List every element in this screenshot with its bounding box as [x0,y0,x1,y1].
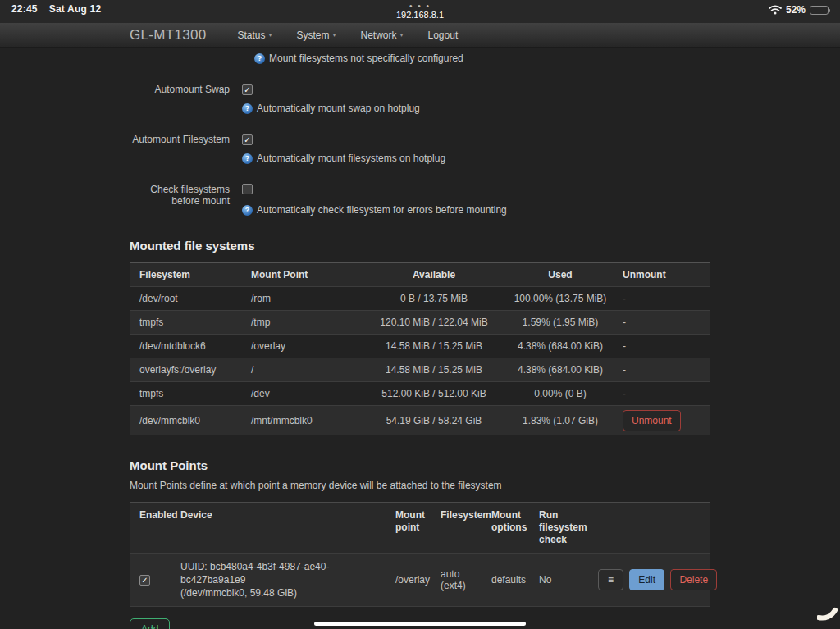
form-row-automount-swap: Automount Swap ✓ ? Automatically mount s… [130,84,710,114]
mount-point-row: ✓ UUID: bcb480a4-4b3f-4987-ae40-bc427ba9… [130,554,710,607]
menu-icon: ≡ [608,574,614,586]
help-text: Automatically mount swap on hotplug [257,103,420,114]
mount-point-enabled-checkbox[interactable]: ✓ [139,575,150,586]
mount-points-table: Enabled Device Mount point Filesystem Mo… [130,502,710,607]
table-row: tmpfs /tmp 120.10 MiB / 122.04 MiB 1.59%… [130,311,710,335]
col-header-mount-point: Mount Point [246,263,365,287]
home-indicator[interactable] [314,622,526,626]
help-line: ? Automatically check filesystem for err… [242,204,710,216]
field-label: Check filesystems before mount [130,184,242,216]
help-text: Automatically check filesystem for error… [257,204,507,216]
main-content: ? Mount filesystems not specifically con… [130,52,710,629]
device-detail: (/dev/mmcblk0, 59.48 GiB) [180,586,386,599]
corner-arc-decoration [817,602,838,625]
col-header-enabled: Enabled [130,503,176,554]
table-row: /dev/mtdblock6 /overlay 14.58 MiB / 15.2… [130,335,710,358]
help-text: Mount filesystems not specifically confi… [269,52,463,64]
run-check-value: No [534,554,590,607]
nav-menu-network[interactable]: Network ▾ [360,30,403,41]
table-header-row: Filesystem Mount Point Available Used Un… [130,263,710,287]
form-row-automount-filesystem: Automount Filesystem ✓ ? Automatically m… [130,134,710,164]
col-header-mount-options: Mount options [486,503,534,554]
status-bar: 22:45 Sat Aug 12 • • • 192.168.8.1 52% [0,0,840,23]
automount-swap-checkbox[interactable]: ✓ [242,84,253,95]
col-header-available: Available [365,263,503,287]
col-header-mount-point: Mount point [390,503,436,554]
help-icon: ? [242,103,253,114]
chevron-down-icon: ▾ [268,31,272,39]
help-line-general: ? Mount filesystems not specifically con… [254,52,710,64]
mount-options-value: defaults [486,554,534,607]
top-navbar: GL-MT1300 Status ▾ System ▾ Network ▾ Lo… [0,23,840,48]
unmount-button[interactable]: Unmount [623,410,681,431]
table-row: /dev/mmcblk0 /mnt/mmcblk0 54.19 GiB / 58… [130,406,710,435]
field-label: Automount Swap [130,84,242,114]
help-icon: ? [242,153,253,164]
col-header-used: Used [503,263,618,287]
help-icon: ? [254,53,265,64]
col-header-filesystem: Filesystem [436,503,486,554]
brand-title: GL-MT1300 [130,27,206,43]
device-uuid: UUID: bcb480a4-4b3f-4987-ae40-bc427ba9a1… [180,560,386,586]
nav-menu-logout[interactable]: Logout [428,30,459,41]
delete-button[interactable]: Delete [670,569,717,590]
row-menu-button[interactable]: ≡ [598,569,623,590]
mount-point-value: /overlay [390,554,436,607]
help-line: ? Automatically mount swap on hotplug [242,103,710,114]
help-text: Automatically mount filesystems on hotpl… [257,153,445,164]
field-label: Automount Filesystem [130,134,242,164]
nav-menu-status[interactable]: Status ▾ [237,30,272,41]
edit-button[interactable]: Edit [629,569,664,590]
col-header-run-check: Run filesystem check [534,503,590,554]
address-text: 192.168.8.1 [0,11,840,20]
help-icon: ? [242,205,253,216]
form-row-check-filesystems: Check filesystems before mount ? Automat… [130,184,710,216]
add-button[interactable]: Add [130,618,170,629]
help-line: ? Automatically mount filesystems on hot… [242,153,710,164]
table-row: tmpfs /dev 512.00 KiB / 512.00 KiB 0.00%… [130,382,710,406]
table-row: /dev/root /rom 0 B / 13.75 MiB 100.00% (… [130,287,710,311]
chevron-down-icon: ▾ [400,31,404,39]
col-header-unmount: Unmount [618,263,710,287]
mounted-filesystems-table: Filesystem Mount Point Available Used Un… [130,262,710,435]
check-filesystems-checkbox[interactable] [242,184,253,194]
mount-points-description: Mount Points define at which point a mem… [130,480,710,492]
battery-icon [810,6,829,15]
col-header-filesystem: Filesystem [130,263,246,287]
table-header-row: Enabled Device Mount point Filesystem Mo… [130,503,710,554]
col-header-device: Device [176,503,390,554]
chevron-down-icon: ▾ [332,31,336,39]
mounted-filesystems-title: Mounted file systems [130,239,710,253]
table-row: overlayfs:/overlay / 14.58 MiB / 15.25 M… [130,358,710,382]
automount-filesystem-checkbox[interactable]: ✓ [242,134,253,145]
mount-points-title: Mount Points [130,458,710,472]
filesystem-value: auto (ext4) [436,554,486,607]
nav-menu-system[interactable]: System ▾ [296,30,336,41]
